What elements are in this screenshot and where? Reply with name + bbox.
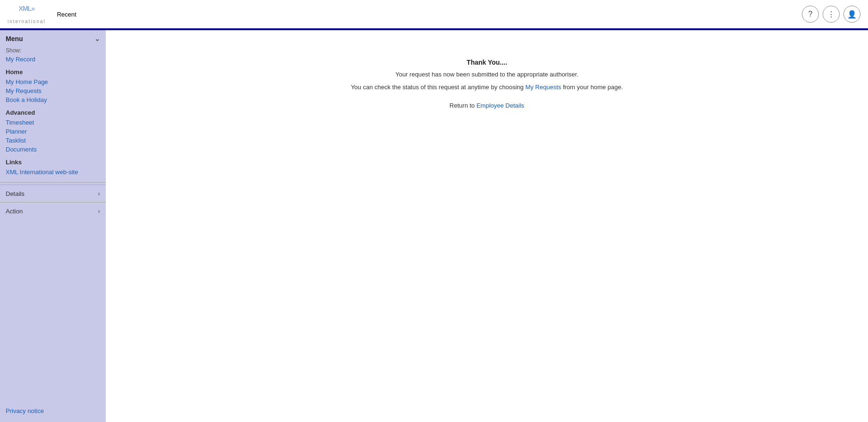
return-prefix: Return to <box>450 102 477 109</box>
logo-text: XML» <box>19 5 34 18</box>
header-nav: Recent <box>57 11 76 18</box>
thank-you-line1: Your request has now been submitted to t… <box>351 70 623 80</box>
details-chevron-right-icon: › <box>98 190 100 197</box>
sidebar-links-label: Links <box>6 159 100 166</box>
sidebar-action-section[interactable]: Action › <box>0 202 106 219</box>
header-icons: ? ⋮ 👤 <box>802 6 860 23</box>
sidebar-menu-header[interactable]: Menu ⌄ <box>0 30 106 47</box>
action-chevron-right-icon: › <box>98 207 100 215</box>
sidebar-link-planner[interactable]: Planner <box>6 127 100 136</box>
line2-prefix: You can check the status of this request… <box>351 84 526 91</box>
employee-details-link[interactable]: Employee Details <box>477 102 524 109</box>
help-button[interactable]: ? <box>802 6 819 23</box>
sidebar-divider-1 <box>0 182 106 183</box>
return-text: Return to Employee Details <box>351 102 623 109</box>
sidebar-details-section[interactable]: Details › <box>0 185 106 202</box>
thank-you-line2: You can check the status of this request… <box>351 83 623 93</box>
header-left: XML» international Recent <box>8 5 77 24</box>
logo-sub: international <box>8 19 45 24</box>
header: XML» international Recent ? ⋮ 👤 <box>0 0 868 30</box>
show-label: Show: <box>6 47 100 54</box>
thank-you-section: Thank You.... Your request has now been … <box>351 59 623 109</box>
sidebar: Menu ⌄ Show: My Record Home My Home Page… <box>0 30 106 422</box>
sidebar-link-my-requests[interactable]: My Requests <box>6 86 100 95</box>
main-content: Thank You.... Your request has now been … <box>106 30 868 422</box>
menu-label: Menu <box>6 35 23 42</box>
logo: XML» international <box>8 5 45 24</box>
line2-suffix: from your home page. <box>561 84 623 91</box>
sidebar-link-xml-international[interactable]: XML International web-site <box>6 168 100 177</box>
my-requests-link[interactable]: My Requests <box>525 84 561 91</box>
logo-main: XML <box>19 4 32 12</box>
sidebar-home-label: Home <box>6 68 100 76</box>
main-layout: Menu ⌄ Show: My Record Home My Home Page… <box>0 30 868 422</box>
help-icon: ? <box>808 10 813 18</box>
privacy-notice-section: Privacy notice <box>0 400 106 422</box>
sidebar-link-book-a-holiday[interactable]: Book a Holiday <box>6 95 100 104</box>
more-icon: ⋮ <box>827 10 835 19</box>
menu-chevron-down-icon: ⌄ <box>94 35 100 42</box>
sidebar-show-section: Show: My Record Home My Home Page My Req… <box>0 47 106 180</box>
sidebar-link-my-home-page[interactable]: My Home Page <box>6 77 100 86</box>
recent-label: Recent <box>57 11 76 18</box>
sidebar-link-documents[interactable]: Documents <box>6 145 100 154</box>
user-icon: 👤 <box>847 10 857 19</box>
more-options-button[interactable]: ⋮ <box>823 6 840 23</box>
action-label: Action <box>6 208 23 215</box>
sidebar-advanced-label: Advanced <box>6 109 100 116</box>
details-label: Details <box>6 190 25 197</box>
sidebar-link-tasklist[interactable]: Tasklist <box>6 136 100 145</box>
thank-you-title: Thank You.... <box>351 59 623 66</box>
sidebar-link-my-record[interactable]: My Record <box>6 55 100 64</box>
privacy-notice-link[interactable]: Privacy notice <box>6 407 44 414</box>
sidebar-link-timesheet[interactable]: Timesheet <box>6 118 100 127</box>
logo-arrows: » <box>31 4 34 12</box>
user-button[interactable]: 👤 <box>843 6 860 23</box>
